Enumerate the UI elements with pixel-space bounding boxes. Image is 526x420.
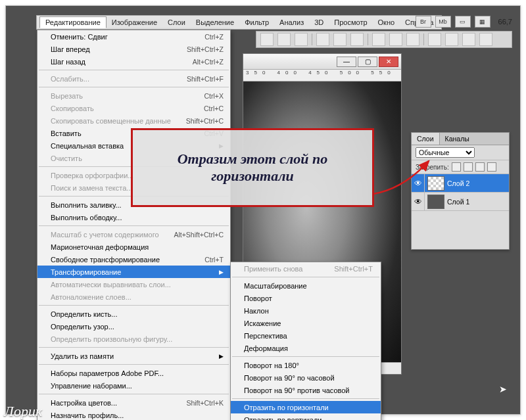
menu-item[interactable]: Свободное трансформированиеCtrl+T	[37, 253, 230, 266]
menu-item[interactable]: Определить узор...	[37, 320, 230, 333]
menu-separator	[39, 394, 229, 394]
opt-icon[interactable]	[462, 33, 475, 46]
opt-icon[interactable]	[389, 33, 402, 46]
window-close-button[interactable]: ✕	[379, 57, 398, 67]
opt-icon[interactable]	[372, 33, 385, 46]
header-right-tools: Br Mb ▭ ▦ 66,7	[416, 16, 512, 28]
menu-item[interactable]: Назначить профиль...	[37, 409, 230, 420]
lock-transparency-icon[interactable]	[452, 162, 461, 172]
menu-item[interactable]: Определить кисть...	[37, 308, 230, 320]
submenu-arrow-icon: ▶	[219, 353, 224, 360]
menu-separator	[39, 225, 229, 226]
menu-item-label: Свободное трансформирование	[51, 256, 160, 264]
menu-analysis[interactable]: Анализ	[274, 17, 309, 28]
lock-position-icon[interactable]	[475, 162, 485, 172]
menu-item: Определить произвольную фигуру...	[37, 333, 230, 345]
menu-item[interactable]: Шаг назадAlt+Ctrl+Z	[37, 55, 230, 68]
menu-item-label: Определить произвольную фигуру...	[51, 335, 172, 343]
submenu-item[interactable]: Поворот	[231, 292, 381, 304]
menu-item[interactable]: Трансформирование▶	[37, 266, 230, 278]
opt-icon[interactable]	[350, 33, 364, 46]
window-maximize-button[interactable]: ▢	[358, 57, 377, 67]
opt-icon[interactable]	[428, 33, 441, 46]
menu-item-label: Ослабить...	[51, 75, 89, 83]
menu-shortcut: Alt+Shift+Ctrl+C	[174, 231, 224, 239]
menu-image[interactable]: Изображение	[107, 17, 162, 28]
menu-view[interactable]: Просмотр	[329, 17, 372, 28]
opt-icon[interactable]	[333, 33, 347, 46]
tab-channels[interactable]: Каналы	[440, 133, 475, 145]
menu-item[interactable]: Марионеточная деформация	[37, 241, 230, 253]
opt-icon[interactable]	[479, 33, 492, 46]
blend-mode-select[interactable]: Обычные	[416, 147, 475, 158]
tab-layers[interactable]: Слои	[412, 133, 440, 145]
lock-pixels-icon[interactable]	[464, 162, 473, 172]
app-frame: Редактирование Изображение Слои Выделени…	[5, 5, 521, 415]
menu-separator	[39, 305, 229, 306]
annotation-arrow-icon	[371, 157, 437, 197]
menu-item[interactable]: Отменить: СдвигCtrl+Z	[37, 30, 230, 43]
opt-icon[interactable]	[445, 33, 458, 46]
menu-item[interactable]: Удалить из памяти▶	[37, 350, 230, 362]
submenu-item-label: Отразить по горизонтали	[244, 404, 329, 411]
menu-select[interactable]: Выделение	[191, 17, 239, 28]
menu-item-label: Отменить: Сдвиг	[51, 33, 108, 41]
submenu-item-label: Поворот на 180°	[244, 362, 299, 369]
opt-icon[interactable]	[295, 33, 308, 46]
bridge-button[interactable]: Br	[416, 16, 431, 28]
submenu-item[interactable]: Поворот на 180°	[231, 359, 381, 371]
minibridge-button[interactable]: Mb	[435, 16, 451, 28]
menu-item[interactable]: Настройка цветов...Shift+Ctrl+K	[37, 396, 230, 409]
menu-shortcut: Ctrl+C	[204, 105, 224, 112]
menu-shortcut: Ctrl+Z	[204, 33, 224, 41]
submenu-item[interactable]: Отразить по вертикали	[231, 413, 381, 420]
submenu-item[interactable]: Отразить по горизонтали	[231, 401, 381, 413]
menu-shortcut: Alt+Ctrl+Z	[193, 58, 224, 66]
cursor-icon: ➤	[499, 384, 507, 394]
submenu-item[interactable]: Искажение	[231, 317, 381, 329]
submenu-item[interactable]: Наклон	[231, 304, 381, 317]
menu-shortcut: Shift+Ctrl+F	[187, 75, 224, 83]
submenu-item-label: Деформация	[244, 344, 288, 352]
layer-name[interactable]: Слой 1	[447, 198, 469, 206]
submenu-item: Применить сноваShift+Ctrl+T	[231, 262, 381, 275]
menu-edit[interactable]: Редактирование	[39, 16, 107, 28]
menu-item-label: Настройка цветов...	[51, 399, 117, 407]
submenu-item[interactable]: Деформация	[231, 342, 381, 354]
menu-item[interactable]: Управление наборами...	[37, 379, 230, 392]
menu-item-label: Удалить из памяти	[51, 352, 114, 360]
opt-icon[interactable]	[406, 33, 419, 46]
menu-layers[interactable]: Слои	[162, 17, 191, 28]
menu-item[interactable]: Шаг впередShift+Ctrl+Z	[37, 43, 230, 55]
submenu-item[interactable]: Масштабирование	[231, 279, 381, 292]
menu-shortcut: Shift+Ctrl+Z	[187, 45, 224, 53]
submenu-item[interactable]: Перспектива	[231, 329, 381, 342]
menu-item-label: Шаг назад	[51, 58, 85, 66]
menu-item: ВырезатьCtrl+X	[37, 89, 230, 102]
window-minimize-button[interactable]: —	[337, 57, 356, 67]
submenu-item[interactable]: Поворот на 90° против часовой	[231, 384, 381, 396]
menu-item[interactable]: Наборы параметров Adobe PDF...	[37, 367, 230, 379]
menu-separator	[232, 277, 379, 277]
arrange-button[interactable]: ▦	[475, 16, 490, 28]
menu-item: Ослабить...Shift+Ctrl+F	[37, 72, 230, 85]
opt-icon[interactable]	[277, 33, 291, 46]
submenu-item[interactable]: Поворот на 90° по часовой	[231, 371, 381, 384]
menu-filter[interactable]: Фильтр	[239, 17, 274, 28]
layer-name[interactable]: Слой 2	[447, 179, 469, 187]
opt-icon[interactable]	[260, 33, 274, 46]
watermark: Лорик	[4, 403, 42, 420]
menu-item-label: Скопировать	[51, 105, 94, 112]
submenu-item-label: Масштабирование	[244, 282, 307, 290]
menu-item[interactable]: Выполнить обводку...	[37, 211, 230, 223]
screen-mode-button[interactable]: ▭	[455, 16, 471, 28]
opt-icon[interactable]	[316, 33, 329, 46]
menu-window[interactable]: Окно	[373, 17, 400, 28]
menu-shortcut: Ctrl+X	[204, 92, 224, 100]
menu-separator	[232, 398, 379, 399]
menu-3d[interactable]: 3D	[309, 17, 329, 28]
submenu-arrow-icon: ▶	[219, 269, 224, 275]
menu-item: СкопироватьCtrl+C	[37, 102, 230, 114]
lock-all-icon[interactable]	[487, 162, 496, 172]
separator	[423, 34, 424, 45]
